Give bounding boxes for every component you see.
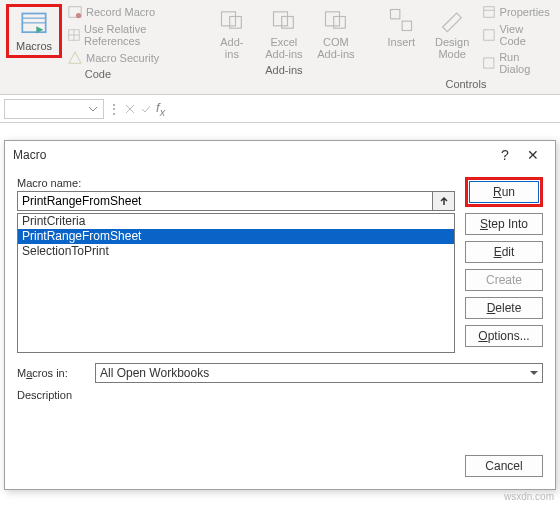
- macro-name-label: Macro name:: [17, 177, 455, 189]
- options-button[interactable]: Options...: [465, 325, 543, 347]
- record-macro-button[interactable]: Record Macro: [66, 4, 190, 20]
- cancel-button[interactable]: Cancel: [465, 455, 543, 477]
- close-button[interactable]: ✕: [519, 147, 547, 163]
- com-addins-button[interactable]: COM Add-ins: [312, 4, 360, 62]
- svg-rect-17: [402, 21, 411, 30]
- grid-icon: [68, 28, 80, 42]
- list-item-selected[interactable]: PrintRangeFromSheet: [18, 229, 454, 244]
- macros-button[interactable]: Macros: [10, 8, 58, 54]
- macro-name-input[interactable]: [17, 191, 433, 211]
- formula-bar: ⋮ fx: [0, 95, 560, 123]
- fx-icon[interactable]: fx: [156, 100, 165, 118]
- properties-icon: [482, 5, 496, 19]
- chevron-down-icon: [87, 103, 99, 115]
- record-icon: [68, 5, 82, 19]
- highlight-macros: Macros: [6, 4, 62, 58]
- ribbon: Macros Record Macro Use Relative Referen…: [0, 0, 560, 95]
- view-code-label: View Code: [499, 23, 552, 47]
- run-dialog-icon: [482, 56, 496, 70]
- relative-refs-label: Use Relative References: [84, 23, 188, 47]
- record-macro-label: Record Macro: [86, 6, 155, 18]
- svg-point-5: [76, 13, 81, 18]
- create-button: Create: [465, 269, 543, 291]
- svg-rect-18: [483, 7, 494, 18]
- insert-icon: [387, 6, 415, 34]
- excel-addins-button[interactable]: Excel Add-ins: [260, 4, 308, 62]
- list-item[interactable]: SelectionToPrint: [18, 244, 454, 259]
- name-box[interactable]: [4, 99, 104, 119]
- warning-icon: [68, 51, 82, 65]
- properties-button[interactable]: Properties: [480, 4, 554, 20]
- group-label-addins: Add-ins: [265, 62, 302, 80]
- excel-addins-icon: [270, 6, 298, 34]
- svg-rect-21: [483, 58, 493, 68]
- ribbon-group-controls: Insert Design Mode Properties View Code: [378, 4, 554, 94]
- highlight-run: Run: [465, 177, 543, 207]
- addins-button[interactable]: Add- ins: [208, 4, 256, 62]
- divider: ⋮: [108, 102, 120, 116]
- arrow-up-icon: [438, 195, 450, 207]
- reference-button[interactable]: [433, 191, 455, 211]
- description-label: Description: [17, 389, 543, 401]
- com-addins-label: COM Add-ins: [317, 36, 354, 60]
- macro-security-button[interactable]: Macro Security: [66, 50, 190, 66]
- design-label: Design Mode: [435, 36, 469, 60]
- macro-listbox[interactable]: PrintCriteria PrintRangeFromSheet Select…: [17, 213, 455, 353]
- cancel-x-icon[interactable]: [124, 103, 136, 115]
- view-code-icon: [482, 28, 496, 42]
- help-button[interactable]: ?: [491, 147, 519, 163]
- svg-rect-20: [483, 30, 493, 40]
- watermark: wsxdn.com: [504, 491, 554, 502]
- relative-refs-button[interactable]: Use Relative References: [66, 22, 190, 48]
- svg-rect-14: [325, 12, 339, 26]
- macros-icon: [20, 10, 48, 38]
- addins-icon: [218, 6, 246, 34]
- ribbon-group-addins: Add- ins Excel Add-ins COM Add-ins Add-i…: [208, 4, 360, 94]
- svg-rect-12: [273, 12, 287, 26]
- addins-label: Add- ins: [220, 36, 243, 60]
- insert-label: Insert: [388, 36, 416, 48]
- design-icon: [438, 6, 466, 34]
- com-addins-icon: [322, 6, 350, 34]
- insert-button[interactable]: Insert: [378, 4, 425, 50]
- ribbon-group-code: Macros Record Macro Use Relative Referen…: [6, 4, 190, 94]
- group-label-controls: Controls: [445, 76, 486, 94]
- enter-check-icon[interactable]: [140, 103, 152, 115]
- group-label-code: Code: [85, 66, 111, 84]
- svg-marker-9: [69, 52, 81, 63]
- macros-label: Macros: [16, 40, 52, 52]
- dialog-title: Macro: [13, 148, 491, 162]
- macros-in-label: Macros in:: [17, 367, 87, 379]
- design-mode-button[interactable]: Design Mode: [429, 4, 476, 62]
- dialog-titlebar: Macro ? ✕: [5, 141, 555, 169]
- svg-rect-10: [221, 12, 235, 26]
- description-area: [17, 403, 543, 443]
- run-dialog-button[interactable]: Run Dialog: [480, 50, 554, 76]
- step-into-button[interactable]: Step Into: [465, 213, 543, 235]
- excel-addins-label: Excel Add-ins: [265, 36, 302, 60]
- delete-button[interactable]: Delete: [465, 297, 543, 319]
- macros-in-combo[interactable]: All Open Workbooks: [95, 363, 543, 383]
- run-button[interactable]: Run: [469, 181, 539, 203]
- macro-security-label: Macro Security: [86, 52, 159, 64]
- svg-rect-16: [391, 10, 400, 19]
- run-dialog-label: Run Dialog: [499, 51, 552, 75]
- list-item[interactable]: PrintCriteria: [18, 214, 454, 229]
- macros-in-value: All Open Workbooks: [100, 366, 209, 380]
- macro-dialog: Macro ? ✕ Macro name: PrintCriteria Prin…: [4, 140, 556, 490]
- properties-label: Properties: [500, 6, 550, 18]
- edit-button[interactable]: Edit: [465, 241, 543, 263]
- view-code-button[interactable]: View Code: [480, 22, 554, 48]
